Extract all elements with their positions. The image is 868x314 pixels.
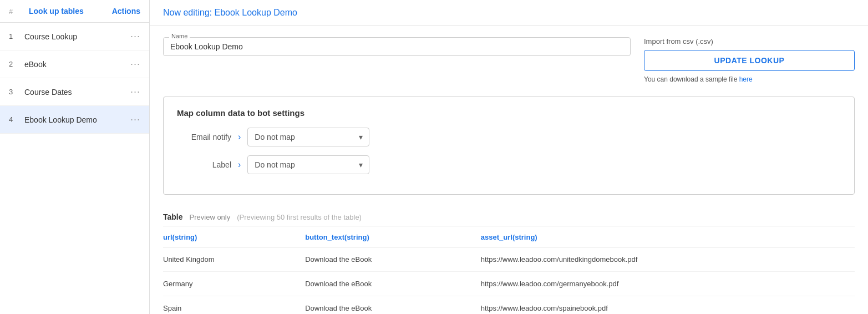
sidebar-col-hash: # — [9, 7, 20, 16]
name-input[interactable] — [170, 42, 623, 51]
update-lookup-button[interactable]: UPDATE LOOKUP — [644, 50, 855, 71]
sidebar-item-course-dates[interactable]: 3 Course Dates ··· — [0, 78, 149, 106]
table-row: United KingdomDownload the eBookhttps://… — [163, 247, 855, 272]
table-body: United KingdomDownload the eBookhttps://… — [163, 247, 855, 315]
cell-url: Germany — [163, 272, 305, 296]
sidebar-col-tables: Look up tables — [29, 7, 103, 16]
sidebar-row-label: Ebook Lookup Demo — [20, 115, 130, 124]
map-row-email-notify: Email notify › Do not map — [177, 128, 841, 146]
map-row-select[interactable]: Do not map — [247, 155, 369, 174]
sidebar-item-course-lookup[interactable]: 1 Course Lookup ··· — [0, 23, 149, 50]
import-section: Import from csv (.csv) UPDATE LOOKUP You… — [644, 37, 855, 83]
table-header: Table Preview only (Previewing 50 first … — [163, 206, 855, 226]
import-label: Import from csv (.csv) — [644, 37, 855, 45]
cell-button_text: Download the eBook — [305, 296, 481, 315]
table-head: url(string)button_text(string)asset_url(… — [163, 226, 855, 247]
sidebar-row-label: Course Dates — [20, 88, 130, 97]
chevron-right-icon: › — [238, 132, 241, 142]
cell-asset_url: https://www.leadoo.com/spainebook.pdf — [481, 296, 855, 315]
sidebar-row-menu-icon[interactable]: ··· — [130, 58, 140, 70]
map-row-select[interactable]: Do not map — [247, 128, 369, 146]
table-info: (Previewing 50 first results of the tabl… — [237, 213, 362, 221]
col-header-asset-url-string-: asset_url(string) — [481, 226, 855, 247]
table-preview: Preview only — [190, 213, 231, 221]
cell-asset_url: https://www.leadoo.com/unitedkingdomeboo… — [481, 247, 855, 272]
sidebar-row-label: Course Lookup — [20, 32, 130, 41]
sidebar-row-menu-icon[interactable]: ··· — [130, 86, 140, 98]
data-table: url(string)button_text(string)asset_url(… — [163, 226, 855, 314]
cell-url: United Kingdom — [163, 247, 305, 272]
sidebar-items-container: 1 Course Lookup ··· 2 eBook ··· 3 Course… — [0, 23, 149, 134]
name-import-section: Name Import from csv (.csv) UPDATE LOOKU… — [163, 37, 855, 83]
cell-button_text: Download the eBook — [305, 272, 481, 296]
map-section-title: Map column data to bot settings — [177, 108, 841, 118]
col-header-url-string-: url(string) — [163, 226, 305, 247]
sidebar-row-menu-icon[interactable]: ··· — [130, 114, 140, 125]
sidebar-row-num: 1 — [9, 32, 20, 40]
cell-url: Spain — [163, 296, 305, 315]
main-header: Now editing: Ebook Lookup Demo — [150, 0, 868, 26]
sidebar-row-menu-icon[interactable]: ··· — [130, 31, 140, 42]
map-row-select-wrap: Do not map — [247, 155, 369, 174]
cell-button_text: Download the eBook — [305, 247, 481, 272]
sidebar-header: # Look up tables Actions — [0, 0, 149, 23]
sidebar-item-ebook-lookup-demo[interactable]: 4 Ebook Lookup Demo ··· — [0, 106, 149, 134]
sample-file-text: You can download a sample file here — [644, 75, 855, 83]
sidebar-item-ebook[interactable]: 2 eBook ··· — [0, 50, 149, 78]
table-label: Table — [163, 212, 183, 221]
main-body: Name Import from csv (.csv) UPDATE LOOKU… — [150, 26, 868, 314]
table-row: GermanyDownload the eBookhttps://www.lea… — [163, 272, 855, 296]
map-row-label: Label › Do not map — [177, 155, 841, 174]
map-section: Map column data to bot settings Email no… — [163, 97, 855, 195]
sample-link[interactable]: here — [739, 75, 753, 83]
map-row-select-wrap: Do not map — [247, 128, 369, 146]
map-row-label: Email notify — [177, 133, 238, 141]
table-row: SpainDownload the eBookhttps://www.leado… — [163, 296, 855, 315]
chevron-right-icon: › — [238, 160, 241, 170]
sidebar-row-label: eBook — [20, 60, 130, 69]
col-header-button-text-string-: button_text(string) — [305, 226, 481, 247]
cell-asset_url: https://www.leadoo.com/germanyebook.pdf — [481, 272, 855, 296]
sidebar: # Look up tables Actions 1 Course Lookup… — [0, 0, 150, 314]
map-rows-container: Email notify › Do not map Label › Do not… — [177, 128, 841, 174]
map-row-label: Label — [177, 160, 238, 169]
name-field-wrap: Name — [163, 37, 631, 56]
editing-title: Now editing: Ebook Lookup Demo — [163, 8, 297, 17]
sidebar-row-num: 3 — [9, 88, 20, 96]
sample-text: You can download a sample file — [644, 75, 739, 83]
sidebar-col-actions: Actions — [112, 7, 140, 16]
sidebar-row-num: 2 — [9, 60, 20, 68]
name-label: Name — [169, 33, 190, 39]
sidebar-row-num: 4 — [9, 115, 20, 124]
main-content: Now editing: Ebook Lookup Demo Name Impo… — [150, 0, 868, 314]
